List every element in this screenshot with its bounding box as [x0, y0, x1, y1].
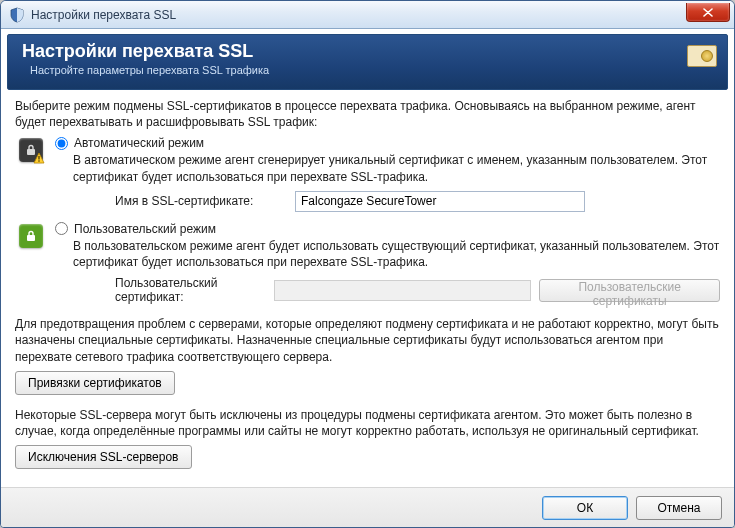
svg-rect-1 [38, 156, 39, 160]
ok-button[interactable]: ОК [542, 496, 628, 520]
dialog-footer: ОК Отмена [1, 487, 734, 527]
cert-name-input[interactable] [295, 191, 585, 212]
lock-ok-icon [19, 224, 43, 248]
cancel-button[interactable]: Отмена [636, 496, 722, 520]
automatic-mode-radio[interactable] [55, 137, 68, 150]
automatic-mode-label: Автоматический режим [74, 136, 204, 150]
shield-icon [9, 7, 25, 23]
svg-rect-3 [27, 235, 35, 241]
automatic-mode-block: Автоматический режим В автоматическом ре… [15, 136, 720, 217]
user-mode-label: Пользовательский режим [74, 222, 216, 236]
content-area: Выберите режим подмены SSL-сертификатов … [1, 90, 734, 487]
bindings-paragraph: Для предотвращения проблем с серверами, … [15, 316, 720, 365]
close-icon [703, 8, 713, 17]
certificate-bindings-button[interactable]: Привязки сертификатов [15, 371, 175, 395]
lock-warning-icon [19, 138, 43, 162]
user-cert-browse-button: Пользовательские сертификаты [539, 279, 720, 302]
certificate-icon [687, 45, 717, 67]
user-cert-label: Пользовательский сертификат: [115, 276, 274, 304]
exclusions-paragraph: Некоторые SSL-сервера могут быть исключе… [15, 407, 720, 439]
user-mode-radio[interactable] [55, 222, 68, 235]
user-mode-radio-row[interactable]: Пользовательский режим [55, 222, 720, 236]
cert-name-row: Имя в SSL-сертификате: [115, 191, 720, 212]
intro-text: Выберите режим подмены SSL-сертификатов … [15, 98, 720, 130]
titlebar: Настройки перехвата SSL [1, 1, 734, 29]
cert-name-label: Имя в SSL-сертификате: [115, 194, 295, 208]
close-button[interactable] [686, 3, 730, 22]
window-title: Настройки перехвата SSL [31, 8, 686, 22]
user-cert-row: Пользовательский сертификат: Пользовател… [115, 276, 720, 304]
user-cert-input [274, 280, 531, 301]
header-subtitle: Настройте параметры перехвата SSL трафик… [22, 64, 715, 76]
user-mode-description: В пользовательском режиме агент будет ис… [73, 238, 720, 270]
header-title: Настройки перехвата SSL [22, 41, 715, 62]
ssl-exclusions-button[interactable]: Исключения SSL-серверов [15, 445, 192, 469]
user-mode-block: Пользовательский режим В пользовательско… [15, 222, 720, 310]
header-banner: Настройки перехвата SSL Настройте параме… [7, 34, 728, 90]
svg-rect-2 [38, 161, 39, 162]
automatic-mode-description: В автоматическом режиме агент сгенерируе… [73, 152, 720, 184]
dialog-window: Настройки перехвата SSL Настройки перехв… [0, 0, 735, 528]
automatic-mode-radio-row[interactable]: Автоматический режим [55, 136, 720, 150]
